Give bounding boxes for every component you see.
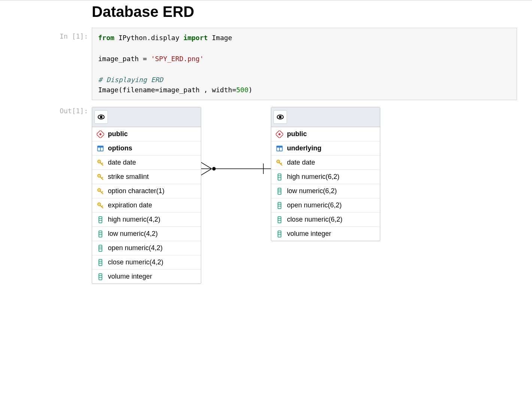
erd-column-row: volume integer [92, 270, 201, 284]
erd-column-text: close numeric(4,2) [108, 258, 163, 266]
table-icon [276, 145, 283, 152]
erd-column-text: open numeric(6,2) [287, 201, 342, 209]
erd-column-text: expiration date [108, 201, 152, 209]
erd-column-text: low numeric(6,2) [287, 187, 337, 195]
erd-column-text: high numeric(6,2) [287, 173, 339, 181]
column-icon [97, 259, 104, 266]
column-icon [276, 188, 283, 195]
key-icon [97, 173, 104, 181]
keyword-import: import [184, 34, 208, 42]
erd-table-name: underlying [287, 144, 321, 152]
erd-schema-name: public [287, 130, 307, 138]
erd-column-text: date date [287, 159, 315, 166]
key-icon [97, 159, 104, 166]
string-literal: 'SPY_ERD.png' [151, 55, 204, 63]
column-icon [276, 173, 283, 181]
erd-column-row: close numeric(4,2) [92, 255, 201, 270]
erd-tablename-row: options [92, 141, 201, 156]
erd-column-text: option character(1) [108, 187, 164, 195]
key-icon [97, 188, 104, 195]
number-literal: 500 [236, 86, 248, 94]
erd-column-row: high numeric(4,2) [92, 213, 201, 227]
erd-table-header [271, 107, 380, 127]
svg-point-3 [212, 167, 215, 170]
schema-icon [276, 130, 283, 138]
key-icon [276, 159, 283, 166]
column-icon [276, 230, 283, 238]
output-prompt: Out[1]: [37, 100, 92, 369]
erd-column-text: volume integer [287, 230, 331, 238]
erd-column-text: low numeric(4,2) [108, 230, 158, 238]
code-editor[interactable]: from IPython.display import Image image_… [92, 28, 517, 100]
eye-icon [94, 110, 108, 124]
erd-column-text: close numeric(6,2) [287, 216, 342, 224]
erd-column-row: date date [271, 156, 380, 170]
erd-column-text: volume integer [108, 273, 152, 280]
erd-column-text: date date [108, 159, 136, 166]
input-prompt: In [1]: [37, 28, 92, 100]
erd-table: publicunderlyingdate datehigh numeric(6,… [271, 107, 380, 241]
schema-icon [97, 130, 104, 138]
column-icon [97, 244, 104, 252]
erd-column-row: low numeric(6,2) [271, 184, 380, 198]
key-icon [97, 202, 104, 209]
svg-line-0 [200, 162, 212, 169]
column-icon [276, 202, 283, 209]
erd-column-row: low numeric(4,2) [92, 227, 201, 241]
column-icon [276, 216, 283, 224]
erd-column-text: strike smallint [108, 173, 149, 181]
erd-column-text: open numeric(4,2) [108, 244, 163, 252]
erd-column-row: expiration date [92, 198, 201, 213]
page-title: Database ERD [92, 3, 517, 20]
erd-table-name: options [108, 144, 132, 152]
code-comment: # Displaying ERD [98, 76, 163, 84]
erd-column-text: high numeric(4,2) [108, 216, 160, 224]
erd-schema-row: public [271, 127, 380, 141]
erd-column-row: strike smallint [92, 170, 201, 184]
erd-relationship-line [200, 161, 271, 176]
erd-column-row: option character(1) [92, 184, 201, 198]
column-icon [97, 216, 104, 224]
erd-table-header [92, 107, 201, 127]
input-cell: In [1]: from IPython.display import Imag… [37, 28, 517, 100]
erd-column-row: close numeric(6,2) [271, 213, 380, 227]
erd-diagram: publicoptionsdate datestrike smallintopt… [92, 107, 517, 369]
erd-schema-row: public [92, 127, 201, 141]
erd-column-row: open numeric(6,2) [271, 198, 380, 213]
erd-table: publicoptionsdate datestrike smallintopt… [92, 107, 201, 284]
erd-column-row: volume integer [271, 227, 380, 241]
erd-column-row: date date [92, 156, 201, 170]
erd-tablename-row: underlying [271, 141, 380, 156]
erd-column-row: high numeric(6,2) [271, 170, 380, 184]
column-icon [97, 273, 104, 280]
output-cell: Out[1]: [37, 100, 517, 369]
column-icon [97, 230, 104, 238]
eye-icon [273, 110, 287, 124]
svg-line-2 [200, 169, 212, 176]
erd-column-row: open numeric(4,2) [92, 241, 201, 255]
keyword-from: from [98, 34, 114, 42]
erd-schema-name: public [108, 130, 128, 138]
table-icon [97, 145, 104, 152]
